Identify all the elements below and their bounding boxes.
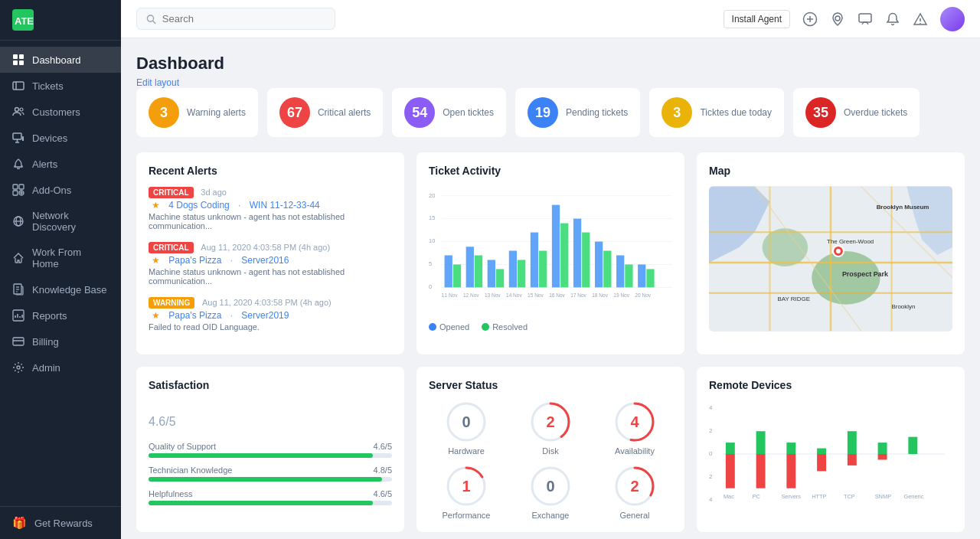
- svg-rect-128: [908, 437, 917, 454]
- stat-card-pending-tickets[interactable]: 19 Pending tickets: [515, 88, 640, 137]
- svg-rect-124: [848, 431, 857, 454]
- add-action-icon[interactable]: [802, 11, 818, 27]
- alert-device-1: WIN 11-12-33-44: [250, 200, 320, 211]
- alert-source-1[interactable]: ★ 4 Dogs Coding · WIN 11-12-33-44: [149, 200, 392, 211]
- map-container[interactable]: Prospect Park Brooklyn Museum The Green-…: [709, 186, 952, 332]
- sidebar-item-admin[interactable]: Admin: [0, 354, 121, 381]
- sidebar-item-devices[interactable]: Devices: [0, 125, 121, 151]
- ticket-chart-legend: Opened Resolved: [429, 322, 672, 332]
- svg-rect-117: [726, 454, 735, 488]
- header-right: Install Agent: [724, 7, 965, 31]
- svg-text:12 Nov: 12 Nov: [463, 292, 479, 298]
- sidebar-nav: Dashboard Tickets Customers Devices: [0, 41, 121, 506]
- search-icon: [146, 14, 156, 24]
- search-box[interactable]: [136, 8, 335, 30]
- billing-icon: [12, 335, 24, 348]
- resolved-dot: [482, 323, 489, 331]
- svg-text:BAY RIDGE: BAY RIDGE: [777, 296, 810, 302]
- sidebar-item-reports[interactable]: Reports: [0, 302, 121, 328]
- sidebar-item-tickets[interactable]: Tickets: [0, 73, 121, 99]
- dashboard-icon: [12, 54, 24, 66]
- sidebar-item-work-from-home-label: Work From Home: [32, 247, 109, 270]
- alert-source-2[interactable]: ★ Papa's Pizza · Server2016: [149, 255, 392, 266]
- performance-value: 1: [462, 478, 470, 495]
- warning-label: Warning alerts: [187, 106, 246, 119]
- sidebar-item-network-discovery[interactable]: Network Discovery: [0, 203, 121, 240]
- user-avatar[interactable]: [940, 7, 965, 31]
- exchange-value: 0: [546, 478, 554, 495]
- page-title: Dashboard: [136, 54, 965, 74]
- svg-text:20 Nov: 20 Nov: [635, 292, 651, 298]
- sidebar-item-add-ons[interactable]: Add-Ons: [0, 177, 121, 203]
- sidebar-item-work-from-home[interactable]: Work From Home: [0, 240, 121, 276]
- alert-time-3: Aug 11, 2020 4:03:58 PM (4h ago): [202, 298, 332, 307]
- ticket-activity-chart: 20 15 10 5 0: [429, 186, 672, 316]
- svg-text:Generic: Generic: [903, 493, 923, 500]
- svg-rect-4: [13, 60, 18, 65]
- sidebar-item-customers[interactable]: Customers: [0, 99, 121, 125]
- notification-icon[interactable]: [885, 11, 900, 27]
- svg-rect-64: [573, 219, 581, 288]
- svg-text:Brooklyn: Brooklyn: [892, 303, 916, 310]
- hardware-label: Hardware: [448, 446, 485, 456]
- sidebar-item-network-discovery-label: Network Discovery: [32, 210, 109, 233]
- stat-card-tickets-due[interactable]: 3 Ticktes due today: [649, 88, 784, 137]
- svg-rect-119: [756, 454, 766, 488]
- svg-text:SNMP: SNMP: [875, 493, 892, 500]
- hardware-value: 0: [462, 413, 470, 431]
- svg-rect-58: [509, 250, 517, 287]
- sidebar-item-customers-label: Customers: [32, 106, 80, 118]
- general-label: General: [619, 511, 649, 520]
- alert-source-3[interactable]: ★ Papa's Pizza · Server2019: [149, 310, 392, 321]
- resolved-label: Resolved: [492, 322, 528, 332]
- performance-label: Performance: [443, 511, 491, 520]
- knowledge-base-icon: [12, 283, 24, 296]
- svg-point-84: [763, 228, 808, 266]
- stat-card-warning-alerts[interactable]: 3 Warning alerts: [136, 88, 258, 137]
- alert-message-2: Machine status unknown - agent has not e…: [149, 267, 392, 286]
- svg-rect-63: [560, 224, 568, 288]
- disk-label: Disk: [542, 446, 558, 456]
- logo-icon: ATERA: [12, 9, 34, 31]
- get-rewards-link[interactable]: 🎁 Get Rewards: [12, 516, 109, 530]
- ticket-icon: [12, 80, 24, 92]
- svg-rect-69: [625, 264, 632, 287]
- svg-rect-127: [878, 454, 887, 459]
- alert-item-1: CRITICAL 3d ago ★ 4 Dogs Coding · WIN 11…: [149, 186, 392, 230]
- home-icon: [12, 252, 24, 264]
- network-icon: [12, 215, 24, 227]
- reports-icon: [12, 309, 24, 322]
- svg-rect-11: [22, 136, 24, 141]
- svg-rect-6: [13, 82, 24, 90]
- main-content: Install Agent Dashboard Edit layout: [121, 0, 980, 539]
- stat-card-critical-alerts[interactable]: 67 Critical alerts: [267, 88, 383, 137]
- map-card: Map: [697, 152, 965, 354]
- metric-helpfulness: Helpfulness 4.6/5: [149, 489, 392, 505]
- svg-rect-125: [848, 454, 857, 466]
- svg-text:Servers: Servers: [781, 493, 801, 500]
- svg-rect-12: [13, 185, 18, 189]
- stat-card-overdue-tickets[interactable]: 35 Overdue tickets: [793, 88, 920, 137]
- alerts-icon: [12, 158, 24, 170]
- svg-rect-56: [488, 260, 495, 287]
- customers-icon: [12, 106, 24, 118]
- svg-rect-71: [646, 269, 654, 287]
- sidebar-item-dashboard-label: Dashboard: [32, 54, 81, 66]
- warning-icon[interactable]: [913, 11, 928, 27]
- svg-text:17 Nov: 17 Nov: [570, 292, 586, 298]
- sidebar-item-billing[interactable]: Billing: [0, 328, 121, 354]
- chat-icon[interactable]: [858, 11, 873, 27]
- due-label: Ticktes due today: [700, 106, 772, 119]
- sidebar-item-alerts[interactable]: Alerts: [0, 151, 121, 177]
- satisfaction-card: Satisfaction 4.6/5 Quality of Support 4.…: [136, 367, 404, 532]
- availability-value: 4: [630, 413, 639, 431]
- svg-rect-68: [616, 255, 624, 287]
- install-agent-button[interactable]: Install Agent: [724, 10, 790, 28]
- sidebar-item-dashboard[interactable]: Dashboard: [0, 47, 121, 73]
- stat-card-open-tickets[interactable]: 54 Open ticktes: [392, 88, 506, 137]
- search-input[interactable]: [162, 13, 325, 24]
- edit-layout-link[interactable]: Edit layout: [136, 77, 179, 88]
- svg-rect-14: [13, 191, 18, 195]
- sidebar-item-knowledge-base[interactable]: Knowledge Base: [0, 276, 121, 302]
- location-icon[interactable]: [830, 11, 845, 27]
